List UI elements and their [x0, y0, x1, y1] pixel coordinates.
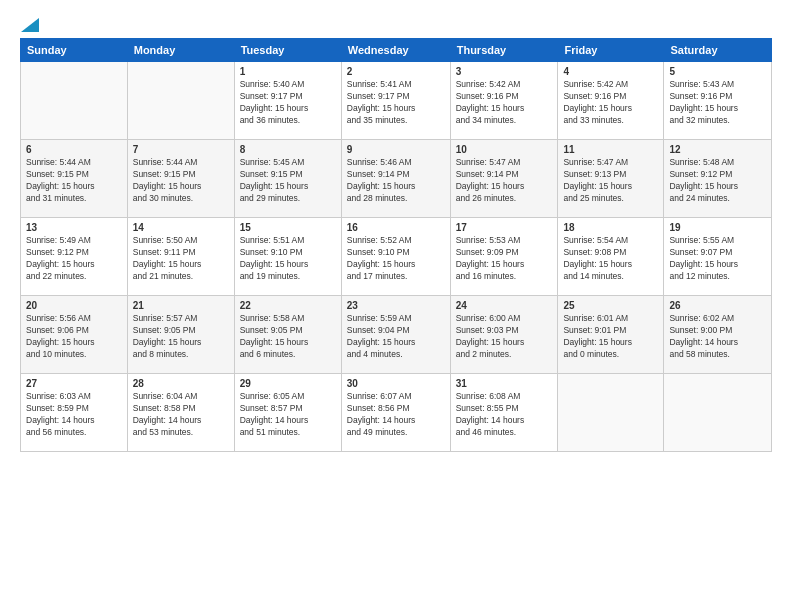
- calendar-cell: [127, 62, 234, 140]
- day-detail: Sunrise: 5:59 AM Sunset: 9:04 PM Dayligh…: [347, 313, 445, 361]
- calendar-cell: 24Sunrise: 6:00 AM Sunset: 9:03 PM Dayli…: [450, 296, 558, 374]
- day-number: 6: [26, 144, 122, 155]
- day-detail: Sunrise: 5:48 AM Sunset: 9:12 PM Dayligh…: [669, 157, 766, 205]
- day-number: 31: [456, 378, 553, 389]
- day-detail: Sunrise: 6:07 AM Sunset: 8:56 PM Dayligh…: [347, 391, 445, 439]
- calendar-header-tuesday: Tuesday: [234, 39, 341, 62]
- calendar-cell: 27Sunrise: 6:03 AM Sunset: 8:59 PM Dayli…: [21, 374, 128, 452]
- calendar-cell: 13Sunrise: 5:49 AM Sunset: 9:12 PM Dayli…: [21, 218, 128, 296]
- day-detail: Sunrise: 5:52 AM Sunset: 9:10 PM Dayligh…: [347, 235, 445, 283]
- day-number: 27: [26, 378, 122, 389]
- day-number: 30: [347, 378, 445, 389]
- day-number: 11: [563, 144, 658, 155]
- day-detail: Sunrise: 5:42 AM Sunset: 9:16 PM Dayligh…: [456, 79, 553, 127]
- day-number: 28: [133, 378, 229, 389]
- day-detail: Sunrise: 5:55 AM Sunset: 9:07 PM Dayligh…: [669, 235, 766, 283]
- day-number: 3: [456, 66, 553, 77]
- svg-marker-0: [21, 18, 39, 32]
- day-number: 4: [563, 66, 658, 77]
- day-detail: Sunrise: 5:50 AM Sunset: 9:11 PM Dayligh…: [133, 235, 229, 283]
- page: SundayMondayTuesdayWednesdayThursdayFrid…: [0, 0, 792, 612]
- calendar-cell: 6Sunrise: 5:44 AM Sunset: 9:15 PM Daylig…: [21, 140, 128, 218]
- calendar-header-sunday: Sunday: [21, 39, 128, 62]
- calendar-header-monday: Monday: [127, 39, 234, 62]
- day-number: 7: [133, 144, 229, 155]
- day-detail: Sunrise: 5:45 AM Sunset: 9:15 PM Dayligh…: [240, 157, 336, 205]
- calendar-cell: 28Sunrise: 6:04 AM Sunset: 8:58 PM Dayli…: [127, 374, 234, 452]
- day-number: 2: [347, 66, 445, 77]
- day-detail: Sunrise: 5:49 AM Sunset: 9:12 PM Dayligh…: [26, 235, 122, 283]
- day-number: 1: [240, 66, 336, 77]
- day-number: 13: [26, 222, 122, 233]
- calendar-header-friday: Friday: [558, 39, 664, 62]
- calendar-cell: 21Sunrise: 5:57 AM Sunset: 9:05 PM Dayli…: [127, 296, 234, 374]
- calendar-week-3: 13Sunrise: 5:49 AM Sunset: 9:12 PM Dayli…: [21, 218, 772, 296]
- day-number: 16: [347, 222, 445, 233]
- calendar-cell: 25Sunrise: 6:01 AM Sunset: 9:01 PM Dayli…: [558, 296, 664, 374]
- calendar-cell: 4Sunrise: 5:42 AM Sunset: 9:16 PM Daylig…: [558, 62, 664, 140]
- calendar-cell: 29Sunrise: 6:05 AM Sunset: 8:57 PM Dayli…: [234, 374, 341, 452]
- day-detail: Sunrise: 5:41 AM Sunset: 9:17 PM Dayligh…: [347, 79, 445, 127]
- day-number: 26: [669, 300, 766, 311]
- calendar-header-thursday: Thursday: [450, 39, 558, 62]
- calendar-cell: 23Sunrise: 5:59 AM Sunset: 9:04 PM Dayli…: [341, 296, 450, 374]
- day-detail: Sunrise: 6:05 AM Sunset: 8:57 PM Dayligh…: [240, 391, 336, 439]
- day-number: 15: [240, 222, 336, 233]
- day-number: 9: [347, 144, 445, 155]
- day-number: 12: [669, 144, 766, 155]
- day-number: 25: [563, 300, 658, 311]
- calendar-cell: 20Sunrise: 5:56 AM Sunset: 9:06 PM Dayli…: [21, 296, 128, 374]
- calendar-cell: 9Sunrise: 5:46 AM Sunset: 9:14 PM Daylig…: [341, 140, 450, 218]
- calendar-cell: [664, 374, 772, 452]
- day-number: 18: [563, 222, 658, 233]
- day-number: 10: [456, 144, 553, 155]
- calendar-cell: 15Sunrise: 5:51 AM Sunset: 9:10 PM Dayli…: [234, 218, 341, 296]
- calendar-week-2: 6Sunrise: 5:44 AM Sunset: 9:15 PM Daylig…: [21, 140, 772, 218]
- day-number: 8: [240, 144, 336, 155]
- calendar-cell: [21, 62, 128, 140]
- day-number: 5: [669, 66, 766, 77]
- day-number: 20: [26, 300, 122, 311]
- calendar-cell: 1Sunrise: 5:40 AM Sunset: 9:17 PM Daylig…: [234, 62, 341, 140]
- calendar-cell: 8Sunrise: 5:45 AM Sunset: 9:15 PM Daylig…: [234, 140, 341, 218]
- calendar-week-5: 27Sunrise: 6:03 AM Sunset: 8:59 PM Dayli…: [21, 374, 772, 452]
- day-detail: Sunrise: 6:01 AM Sunset: 9:01 PM Dayligh…: [563, 313, 658, 361]
- calendar-week-4: 20Sunrise: 5:56 AM Sunset: 9:06 PM Dayli…: [21, 296, 772, 374]
- calendar-cell: 31Sunrise: 6:08 AM Sunset: 8:55 PM Dayli…: [450, 374, 558, 452]
- calendar-header-row: SundayMondayTuesdayWednesdayThursdayFrid…: [21, 39, 772, 62]
- logo-arrow-icon: [21, 18, 39, 32]
- calendar-cell: 16Sunrise: 5:52 AM Sunset: 9:10 PM Dayli…: [341, 218, 450, 296]
- day-detail: Sunrise: 5:57 AM Sunset: 9:05 PM Dayligh…: [133, 313, 229, 361]
- day-number: 23: [347, 300, 445, 311]
- day-detail: Sunrise: 5:40 AM Sunset: 9:17 PM Dayligh…: [240, 79, 336, 127]
- calendar-cell: 7Sunrise: 5:44 AM Sunset: 9:15 PM Daylig…: [127, 140, 234, 218]
- day-detail: Sunrise: 5:51 AM Sunset: 9:10 PM Dayligh…: [240, 235, 336, 283]
- day-detail: Sunrise: 5:42 AM Sunset: 9:16 PM Dayligh…: [563, 79, 658, 127]
- calendar-cell: 2Sunrise: 5:41 AM Sunset: 9:17 PM Daylig…: [341, 62, 450, 140]
- day-detail: Sunrise: 6:04 AM Sunset: 8:58 PM Dayligh…: [133, 391, 229, 439]
- calendar-header-wednesday: Wednesday: [341, 39, 450, 62]
- calendar-week-1: 1Sunrise: 5:40 AM Sunset: 9:17 PM Daylig…: [21, 62, 772, 140]
- calendar-cell: 11Sunrise: 5:47 AM Sunset: 9:13 PM Dayli…: [558, 140, 664, 218]
- day-detail: Sunrise: 6:02 AM Sunset: 9:00 PM Dayligh…: [669, 313, 766, 361]
- calendar-cell: 5Sunrise: 5:43 AM Sunset: 9:16 PM Daylig…: [664, 62, 772, 140]
- day-detail: Sunrise: 5:44 AM Sunset: 9:15 PM Dayligh…: [133, 157, 229, 205]
- calendar-cell: [558, 374, 664, 452]
- day-detail: Sunrise: 5:56 AM Sunset: 9:06 PM Dayligh…: [26, 313, 122, 361]
- day-number: 14: [133, 222, 229, 233]
- calendar-cell: 14Sunrise: 5:50 AM Sunset: 9:11 PM Dayli…: [127, 218, 234, 296]
- calendar-cell: 3Sunrise: 5:42 AM Sunset: 9:16 PM Daylig…: [450, 62, 558, 140]
- day-detail: Sunrise: 5:46 AM Sunset: 9:14 PM Dayligh…: [347, 157, 445, 205]
- calendar-cell: 30Sunrise: 6:07 AM Sunset: 8:56 PM Dayli…: [341, 374, 450, 452]
- day-detail: Sunrise: 5:44 AM Sunset: 9:15 PM Dayligh…: [26, 157, 122, 205]
- day-detail: Sunrise: 5:47 AM Sunset: 9:14 PM Dayligh…: [456, 157, 553, 205]
- calendar-table: SundayMondayTuesdayWednesdayThursdayFrid…: [20, 38, 772, 452]
- header: [20, 18, 772, 28]
- day-number: 19: [669, 222, 766, 233]
- day-detail: Sunrise: 6:03 AM Sunset: 8:59 PM Dayligh…: [26, 391, 122, 439]
- day-detail: Sunrise: 5:43 AM Sunset: 9:16 PM Dayligh…: [669, 79, 766, 127]
- calendar-header-saturday: Saturday: [664, 39, 772, 62]
- day-detail: Sunrise: 6:08 AM Sunset: 8:55 PM Dayligh…: [456, 391, 553, 439]
- calendar-cell: 17Sunrise: 5:53 AM Sunset: 9:09 PM Dayli…: [450, 218, 558, 296]
- day-number: 24: [456, 300, 553, 311]
